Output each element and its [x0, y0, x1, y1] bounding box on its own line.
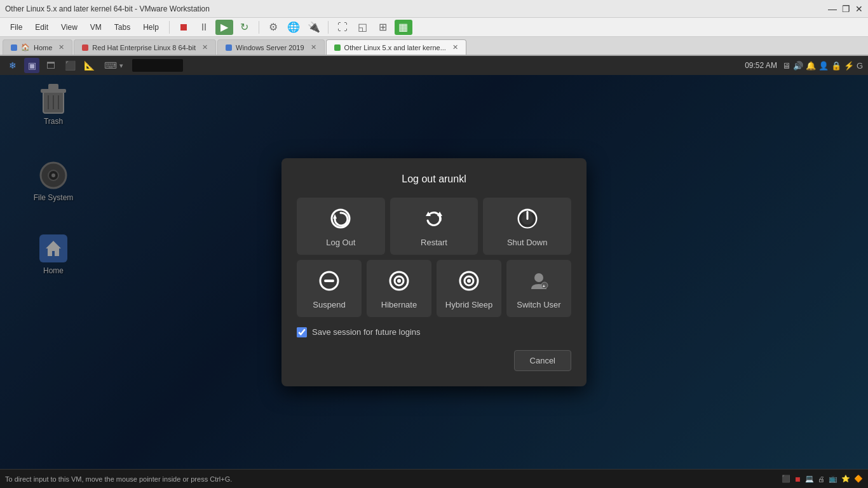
close-button[interactable]: ✕ — [855, 4, 863, 14]
save-session-label: Save session for future logins — [312, 327, 421, 337]
toolbar-play[interactable]: ▶ — [215, 20, 233, 35]
svg-point-23 — [467, 279, 471, 283]
restart-button[interactable]: Restart — [390, 198, 478, 255]
hibernate-button[interactable]: Hibernate — [367, 260, 431, 317]
svg-point-24 — [534, 273, 543, 282]
status-icon-6[interactable]: ⭐ — [841, 475, 850, 483]
vm-time-text: 09:52 AM — [745, 61, 777, 70]
tab-other-close[interactable]: ✕ — [452, 43, 458, 51]
toolbar-refresh[interactable]: ↻ — [236, 20, 254, 35]
lock-icon: 🔒 — [831, 61, 841, 71]
vm-status-icons: 🖥 🔊 🔔 👤 🔒 ⚡ G — [782, 61, 863, 71]
sep2 — [259, 21, 259, 34]
action-row-2: Suspend Hibernate — [297, 260, 571, 317]
speaker-icon: 🔊 — [793, 61, 803, 71]
hybridsleep-label: Hybrid Sleep — [445, 300, 492, 309]
tab-win-text: Windows Server 2019 — [236, 44, 304, 51]
vm-input-toggle[interactable]: ⌨ — [103, 58, 118, 73]
switchuser-label: Switch User — [517, 300, 560, 309]
switchuser-button[interactable]: + Switch User — [506, 260, 571, 317]
tab-home[interactable]: 🏠 Home ✕ — [3, 39, 72, 55]
toolbar-pause[interactable]: ⏸ — [195, 20, 213, 35]
toolbar-unity[interactable]: ◱ — [354, 20, 372, 35]
tab-home-close[interactable]: ✕ — [58, 43, 64, 51]
tab-home-label: 🏠 — [21, 43, 30, 51]
tab-indicator — [226, 44, 232, 51]
status-icon-4[interactable]: 🖨 — [818, 475, 825, 483]
window-controls[interactable]: — ❐ ✕ — [828, 4, 863, 14]
vm-icon-1[interactable]: ❄ — [5, 58, 20, 73]
modal-overlay: Log out arunkl Log Out — [0, 75, 868, 469]
cancel-button[interactable]: Cancel — [514, 350, 571, 371]
tab-rhel-text: Red Hat Enterprise Linux 8 64-bit — [92, 44, 196, 51]
toolbar-green-btn[interactable]: ▦ — [395, 20, 412, 35]
svg-text:+: + — [543, 283, 546, 289]
menu-help[interactable]: Help — [138, 20, 164, 34]
tab-rhel-close[interactable]: ✕ — [202, 43, 208, 51]
monitor-icon: 🖥 — [782, 61, 790, 71]
logout-icon — [330, 208, 351, 233]
vm-icon-2[interactable]: ▣ — [24, 58, 39, 73]
shutdown-icon — [517, 208, 538, 233]
power-icon: ⚡ — [844, 61, 854, 71]
status-bar: To direct input to this VM, move the mou… — [0, 469, 868, 488]
toolbar-settings[interactable]: ⚙ — [264, 20, 282, 35]
vm-icon-4[interactable]: ⬛ — [62, 58, 78, 73]
status-message: To direct input to this VM, move the mou… — [5, 475, 232, 483]
vm-icon-5[interactable]: 📐 — [81, 58, 97, 73]
cancel-row: Cancel — [297, 350, 571, 371]
desktop: Trash File System Home Log out arunkl — [0, 75, 868, 469]
tab-indicator — [11, 44, 17, 51]
shutdown-button[interactable]: Shut Down — [483, 198, 571, 255]
tab-indicator — [82, 44, 88, 51]
dialog-title: Log out arunkl — [297, 173, 571, 185]
vm-input-arrow: ▾ — [119, 62, 123, 70]
menu-tabs[interactable]: Tabs — [109, 20, 135, 34]
menu-file[interactable]: File — [5, 20, 27, 34]
status-icon-2[interactable]: ⏹ — [794, 475, 801, 483]
user-icon: 👤 — [818, 61, 829, 71]
hybridsleep-button[interactable]: Hybrid Sleep — [437, 260, 501, 317]
hibernate-label: Hibernate — [381, 300, 417, 309]
hybridsleep-icon — [458, 270, 480, 295]
hibernate-icon — [388, 270, 410, 295]
menu-bar: File Edit View VM Tabs Help ⏹ ⏸ ▶ ↻ ⚙ 🌐 … — [0, 18, 868, 37]
vm-icon-3[interactable]: 🗖 — [43, 58, 58, 73]
tab-other-text: Other Linux 5.x and later kerne... — [344, 44, 446, 51]
status-right: ⬛ ⏹ 💻 🖨 📺 ⭐ 🔶 — [782, 475, 863, 483]
toolbar-network[interactable]: 🌐 — [285, 20, 302, 35]
logout-button[interactable]: Log Out — [297, 198, 385, 255]
toolbar-view[interactable]: ⊞ — [374, 20, 392, 35]
menu-view[interactable]: View — [56, 20, 83, 34]
vm-status-bar: 09:52 AM 🖥 🔊 🔔 👤 🔒 ⚡ G — [745, 61, 863, 71]
action-row-1: Log Out Restart — [297, 198, 571, 255]
google-icon: G — [857, 61, 863, 71]
tab-win[interactable]: Windows Server 2019 ✕ — [217, 39, 325, 55]
bell-icon: 🔔 — [806, 61, 816, 71]
vm-display-input — [132, 59, 183, 72]
save-session-row: Save session for future logins — [297, 327, 571, 337]
toolbar-stop[interactable]: ⏹ — [175, 20, 193, 35]
vm-toolbar: ❄ ▣ 🗖 ⬛ 📐 ⌨ ▾ 09:52 AM 🖥 🔊 🔔 👤 🔒 ⚡ G — [0, 56, 868, 75]
toolbar-fullscreen[interactable]: ⛶ — [334, 20, 351, 35]
menu-separator — [169, 21, 170, 34]
window-title: Other Linux 5.x and later kernel 64-bit … — [5, 4, 210, 13]
tab-rhel[interactable]: Red Hat Enterprise Linux 8 64-bit ✕ — [74, 39, 216, 55]
toolbar-usb[interactable]: 🔌 — [305, 20, 323, 35]
status-icon-5[interactable]: 📺 — [829, 475, 837, 483]
suspend-label: Suspend — [313, 300, 345, 309]
status-icon-7[interactable]: 🔶 — [854, 475, 863, 483]
minimize-button[interactable]: — — [828, 4, 837, 14]
status-icon-3[interactable]: 💻 — [805, 475, 814, 483]
menu-edit[interactable]: Edit — [30, 20, 53, 34]
svg-rect-17 — [324, 280, 334, 282]
menu-vm[interactable]: VM — [85, 20, 107, 34]
svg-rect-15 — [526, 211, 528, 220]
status-icon-1[interactable]: ⬛ — [782, 475, 790, 483]
maximize-button[interactable]: ❐ — [842, 4, 850, 14]
save-session-checkbox[interactable] — [297, 327, 307, 337]
tab-indicator — [334, 44, 341, 51]
suspend-button[interactable]: Suspend — [297, 260, 362, 317]
tab-win-close[interactable]: ✕ — [311, 43, 316, 51]
tab-other[interactable]: Other Linux 5.x and later kerne... ✕ — [326, 39, 466, 55]
